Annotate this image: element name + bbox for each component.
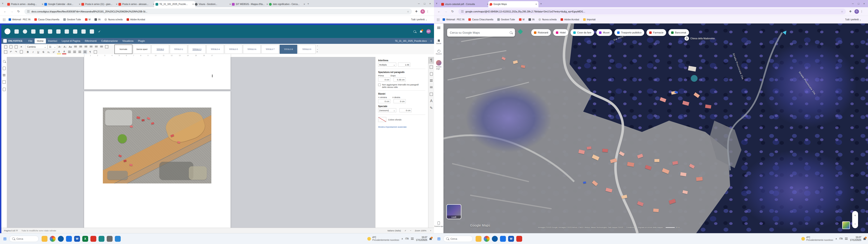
search-app-icon[interactable] bbox=[23, 29, 27, 34]
format-painter-icon[interactable] bbox=[19, 50, 23, 54]
maps-menu-button[interactable] bbox=[434, 27, 443, 30]
bookmark-item[interactable]: Nuova scheda bbox=[104, 18, 123, 21]
acrobat-icon[interactable] bbox=[90, 236, 96, 242]
browser-menu-icon[interactable]: ⋮ bbox=[859, 9, 864, 14]
chip-trasporto-pubblico[interactable]: Trasporto pubblico bbox=[614, 29, 644, 36]
shrink-font-icon[interactable]: A↓ bbox=[63, 45, 67, 49]
profile-avatar[interactable]: A bbox=[421, 9, 425, 14]
browser-tab-active[interactable]: TE_31_181_2025_Pozzile...✕ bbox=[154, 1, 195, 7]
bookmark-item[interactable]: Webmail : PEC IN bbox=[442, 18, 464, 21]
browser-menu-icon[interactable]: ⋮ bbox=[425, 9, 430, 14]
paragraph-settings-tab[interactable]: ¶ bbox=[428, 57, 434, 64]
textart-settings-tab[interactable]: A bbox=[428, 98, 434, 104]
apps-grid-icon[interactable] bbox=[3, 18, 5, 21]
chrome-icon[interactable] bbox=[50, 236, 56, 242]
start-button[interactable]: ⊞ bbox=[3, 236, 6, 241]
back-icon[interactable]: ← bbox=[2, 9, 8, 14]
chip-bancomat[interactable]: Bancomat bbox=[669, 29, 689, 36]
tab-close-icon[interactable]: ✕ bbox=[535, 3, 537, 5]
spellcheck-icon[interactable]: ✓ bbox=[405, 229, 406, 232]
same-style-checkbox[interactable] bbox=[378, 84, 381, 86]
bookmark-star-icon[interactable]: ☆ bbox=[407, 10, 409, 13]
portal-search-icon[interactable] bbox=[413, 30, 416, 33]
save-icon[interactable] bbox=[4, 50, 8, 54]
style-titolo[interactable]: TITOLO bbox=[151, 45, 169, 54]
new-tab-button[interactable]: + bbox=[540, 2, 542, 5]
acrobat-icon[interactable] bbox=[516, 236, 522, 242]
chrome-icon[interactable] bbox=[484, 236, 490, 242]
header-footer-settings-tab[interactable] bbox=[428, 77, 434, 84]
start-button[interactable]: ⊞ bbox=[437, 236, 440, 241]
site-info-icon[interactable] bbox=[461, 10, 464, 12]
tasks-app-icon[interactable] bbox=[90, 29, 94, 34]
style-titolo-7[interactable]: TITOLO 7 bbox=[261, 45, 279, 54]
subscript-icon[interactable]: x₂ bbox=[46, 50, 51, 54]
directions-button[interactable] bbox=[519, 30, 522, 34]
columns-app-icon[interactable] bbox=[14, 29, 19, 34]
bold-icon[interactable]: B bbox=[26, 50, 30, 54]
background-color-swatch[interactable] bbox=[378, 117, 386, 122]
bookmark-item[interactable]: IN bbox=[528, 18, 534, 21]
clock[interactable]: 15:0717/12/2025 bbox=[850, 236, 861, 242]
report-error-link[interactable]: Segnala un errore della mappa bbox=[638, 226, 662, 228]
browser-tab[interactable]: Google Calendar - dice...✕ bbox=[43, 1, 82, 7]
bookmark-item[interactable]: M bbox=[519, 18, 524, 21]
shading-icon[interactable] bbox=[105, 45, 109, 49]
strikethrough-icon[interactable]: S bbox=[41, 50, 45, 54]
favorites-star-icon[interactable]: ☆ bbox=[430, 39, 432, 42]
document-area[interactable] bbox=[1, 57, 375, 228]
word-icon[interactable]: W bbox=[508, 236, 514, 242]
poi-marker[interactable]: Chiesa della Madonnina bbox=[684, 36, 715, 41]
settings-icon[interactable] bbox=[107, 236, 113, 242]
bookmark-folder-imported[interactable]: Importati bbox=[583, 18, 596, 21]
chip-cose-da-fare[interactable]: Cose da fare bbox=[570, 29, 594, 36]
grow-font-icon[interactable]: A↑ bbox=[58, 45, 62, 49]
recents-button[interactable]: Recenti bbox=[434, 50, 443, 55]
zoom-indicator[interactable]: Zoom 100% bbox=[415, 229, 426, 232]
special-amount-input[interactable]: 0 cm bbox=[399, 108, 412, 112]
keyboard-language[interactable]: ITA bbox=[839, 238, 843, 240]
bookmark-item[interactable]: M bbox=[85, 18, 90, 21]
edge-icon[interactable] bbox=[492, 236, 498, 242]
font-color-icon[interactable]: A bbox=[62, 50, 66, 54]
signature-settings-tab[interactable]: ✎ bbox=[428, 104, 434, 111]
menu-tab-insert[interactable]: Inserisci bbox=[46, 38, 59, 43]
tab-search-chevron-icon[interactable]: ∨ bbox=[436, 2, 437, 4]
indent-left-input[interactable]: 0 cm bbox=[378, 99, 391, 103]
menu-tab-view[interactable]: Visualizza bbox=[120, 38, 135, 43]
font-size-select[interactable]: 11⌄ bbox=[48, 44, 57, 49]
line-spacing-icon[interactable] bbox=[99, 45, 103, 49]
chip-ristoranti[interactable]: Ristoranti bbox=[531, 29, 551, 36]
style-titolo-9[interactable]: TITOLO 9 bbox=[298, 45, 315, 54]
find-icon[interactable] bbox=[3, 60, 5, 63]
bookmark-item[interactable]: Nuova scheda bbox=[538, 18, 557, 21]
minimize-icon[interactable]: ─ bbox=[852, 2, 854, 5]
layers-button[interactable]: Livelli bbox=[446, 204, 461, 219]
language-indicator[interactable]: Italiano (Italia) bbox=[388, 229, 401, 232]
file-explorer-icon[interactable] bbox=[41, 236, 48, 242]
profile-avatar[interactable]: G bbox=[855, 9, 859, 14]
check-app-icon[interactable]: ✓ bbox=[98, 30, 101, 33]
street-view-coverage-toggle[interactable] bbox=[842, 221, 850, 229]
tray-chevron-icon[interactable]: ∧ bbox=[835, 238, 837, 240]
spacing-after-input[interactable]: 0.35 cm bbox=[394, 78, 406, 82]
undo-icon[interactable]: ↶ bbox=[9, 50, 13, 54]
notification-center-icon[interactable]: 1 bbox=[430, 238, 432, 240]
saved-button[interactable]: Salvati bbox=[434, 39, 443, 45]
table-settings-tab[interactable] bbox=[428, 64, 434, 70]
cut-icon[interactable]: ✕ bbox=[19, 45, 23, 49]
all-bookmarks-button[interactable]: Tutti i preferiti ⌄ bbox=[411, 18, 427, 21]
new-tab-button[interactable]: + bbox=[307, 2, 309, 5]
chat-icon[interactable] bbox=[2, 81, 6, 84]
weather-widget[interactable]: 4°CPrevalentemente nuvoloso bbox=[367, 236, 399, 242]
styles-gallery-scroll[interactable]: ⌃⌄≡ bbox=[317, 45, 318, 53]
copy-icon[interactable] bbox=[9, 45, 13, 49]
menu-tab-references[interactable]: Riferimenti bbox=[83, 38, 99, 43]
zoom-out-icon[interactable]: − bbox=[854, 222, 856, 226]
close-icon[interactable]: × bbox=[864, 2, 865, 5]
image-settings-tab[interactable] bbox=[428, 70, 434, 77]
maps-search-box[interactable]: Cerca su Google Maps bbox=[447, 28, 515, 37]
maximize-icon[interactable]: □ bbox=[424, 2, 426, 5]
url-field[interactable]: google.com/maps/@42.684584,13.4115511,20… bbox=[458, 8, 846, 14]
italic-icon[interactable]: I bbox=[31, 50, 35, 54]
